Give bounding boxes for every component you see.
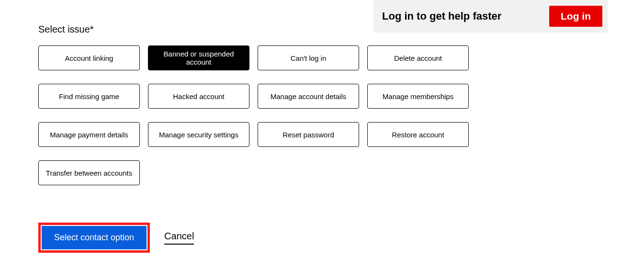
cancel-link[interactable]: Cancel [164,231,194,245]
login-button[interactable]: Log in [549,6,602,27]
issue-option[interactable]: Manage memberships [367,84,469,109]
issue-option[interactable]: Transfer between accounts [38,160,140,185]
issue-option[interactable]: Manage security settings [148,122,249,147]
issue-option[interactable]: Find missing game [38,84,140,109]
action-row: Select contact option Cancel [38,223,498,253]
issue-option[interactable]: Manage account details [258,84,359,109]
issue-option[interactable]: Account linking [38,45,140,70]
login-bar-message: Log in to get help faster [382,10,501,22]
issue-option[interactable]: Delete account [367,45,469,70]
issue-option[interactable]: Hacked account [148,84,249,109]
primary-button-highlight: Select contact option [38,223,150,253]
issue-option[interactable]: Banned or suspended account [148,45,249,70]
issue-grid: Account linkingBanned or suspended accou… [38,45,498,185]
section-label: Select issue* [38,24,498,35]
issue-option[interactable]: Manage payment details [38,122,140,147]
issue-option[interactable]: Restore account [367,122,469,147]
issue-option[interactable]: Can't log in [258,45,359,70]
select-contact-option-button[interactable]: Select contact option [42,226,147,249]
issue-option[interactable]: Reset password [258,122,359,147]
issue-section: Select issue* Account linkingBanned or s… [38,24,498,253]
